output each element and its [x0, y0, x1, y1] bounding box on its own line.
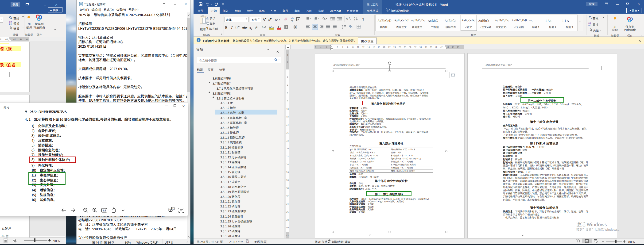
- svg-text:A: A: [262, 25, 264, 29]
- svg-text:3: 3: [314, 19, 314, 21]
- svg-text:A: A: [354, 17, 355, 19]
- svg-text:A: A: [172, 208, 174, 210]
- svg-text:i: i: [323, 19, 324, 20]
- svg-text:A: A: [346, 17, 348, 20]
- svg-text:1:1: 1:1: [103, 209, 106, 212]
- svg-text:Z: Z: [354, 19, 355, 21]
